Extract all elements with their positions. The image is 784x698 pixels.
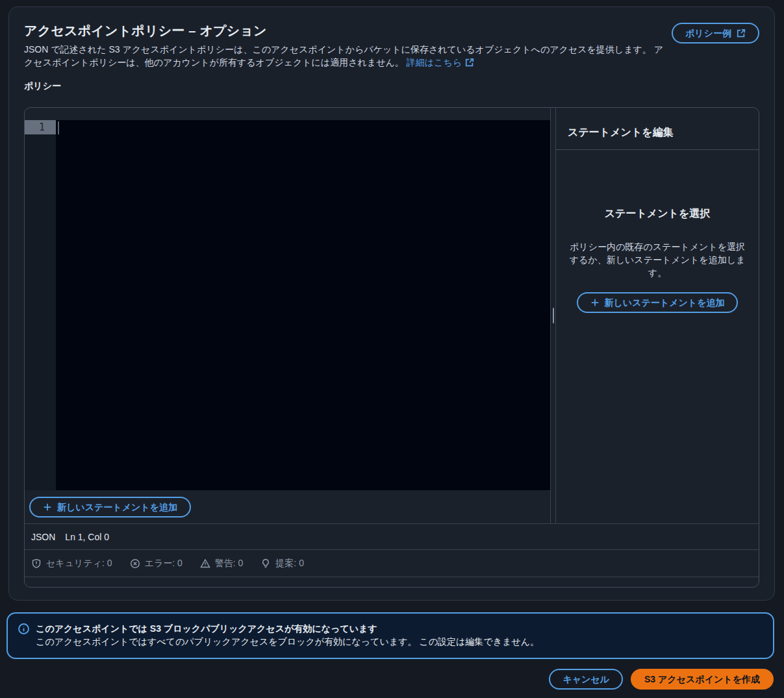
empty-state-title: ステートメントを選択 [605, 207, 711, 221]
line-number: 1 [25, 120, 56, 134]
policy-label: ポリシー [24, 81, 759, 92]
add-statement-button[interactable]: 新しいステートメントを追加 [29, 497, 191, 517]
cancel-button[interactable]: キャンセル [549, 669, 623, 690]
code-editor: 1 [25, 120, 550, 490]
section-header-text: アクセスポイントポリシー – オプション JSON で記述された S3 アクセス… [24, 23, 672, 69]
editor-lint-bar: セキュリティ: 0 エラー: 0 警告: 0 提案: 0 [25, 549, 759, 577]
page: アクセスポイントポリシー – オプション JSON で記述された S3 アクセス… [0, 0, 784, 690]
editor-code-column: 1 新しいステートメントを追加 [25, 108, 550, 523]
page-title: アクセスポイントポリシー – オプション [24, 23, 672, 38]
external-link-icon [465, 58, 474, 67]
lint-suggestions: 提案: 0 [260, 558, 304, 569]
alert-content: このアクセスポイントでは S3 ブロックパブリックアクセスが有効になっています … [36, 622, 539, 648]
editor-status-bar: JSON Ln 1, Col 0 [25, 523, 759, 549]
warning-triangle-icon [200, 558, 210, 569]
access-point-policy-section: アクセスポイントポリシー – オプション JSON で記述された S3 アクセス… [8, 6, 775, 601]
alert-title: このアクセスポイントでは S3 ブロックパブリックアクセスが有効になっています [36, 622, 539, 635]
alert-description: このアクセスポイントではすべてのパブリックアクセスをブロックが有効になっています… [36, 635, 539, 648]
code-input-area[interactable] [56, 120, 550, 490]
lightbulb-icon [260, 558, 271, 569]
statement-side-panel: ステートメントを編集 ステートメントを選択 ポリシー内の既存のステートメントを選… [556, 108, 759, 523]
info-icon [18, 623, 29, 648]
panel-resize-handle[interactable] [550, 108, 556, 523]
cursor-position: Ln 1, Col 0 [65, 532, 109, 542]
section-header: アクセスポイントポリシー – オプション JSON で記述された S3 アクセス… [24, 23, 759, 69]
line-number-gutter: 1 [25, 120, 56, 490]
lint-errors: エラー: 0 [130, 558, 183, 569]
editor-language: JSON [31, 532, 55, 542]
editor-bottom-padding [25, 577, 759, 587]
policy-examples-button[interactable]: ポリシー例 [672, 23, 759, 44]
lint-security: セキュリティ: 0 [31, 558, 112, 569]
lint-warnings: 警告: 0 [200, 558, 244, 569]
error-circle-icon [130, 558, 140, 569]
side-panel-empty-state: ステートメントを選択 ポリシー内の既存のステートメントを選択するか、新しいステー… [556, 150, 759, 523]
create-access-point-button[interactable]: S3 アクセスポイントを作成 [631, 669, 774, 690]
side-panel-title: ステートメントを編集 [556, 108, 759, 150]
shield-icon [31, 558, 42, 569]
plus-icon [43, 503, 52, 512]
learn-more-link[interactable]: 詳細はこちら [407, 56, 474, 69]
empty-state-description: ポリシー内の既存のステートメントを選択するか、新しいステートメントを追加します。 [565, 240, 750, 279]
editor-main: 1 新しいステートメントを追加 ステー [25, 108, 759, 523]
form-actions: キャンセル S3 アクセスポイントを作成 [8, 669, 775, 690]
info-alert: このアクセスポイントでは S3 ブロックパブリックアクセスが有効になっています … [6, 612, 774, 659]
plus-icon [590, 298, 600, 307]
section-description: JSON で記述された S3 アクセスポイントポリシーは、このアクセスポイントか… [24, 43, 672, 69]
external-link-icon [737, 29, 746, 38]
editor-footer: 新しいステートメントを追加 [25, 490, 550, 523]
add-statement-button-panel[interactable]: 新しいステートメントを追加 [577, 292, 739, 313]
text-cursor [58, 121, 59, 134]
policy-editor: 1 新しいステートメントを追加 ステー [24, 107, 759, 588]
